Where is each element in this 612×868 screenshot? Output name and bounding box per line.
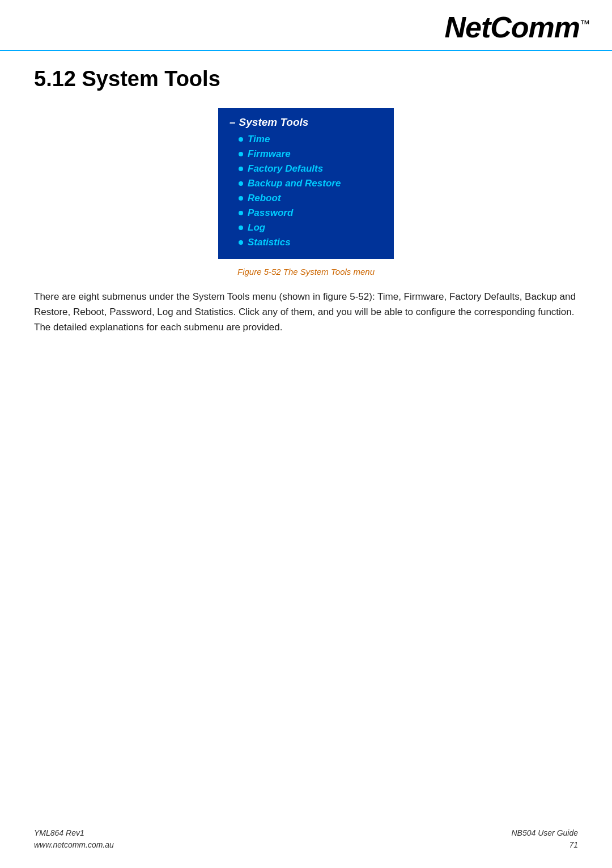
bullet-icon: [239, 225, 243, 230]
menu-item-backup-restore[interactable]: Backup and Restore: [230, 176, 382, 191]
menu-item-time[interactable]: Time: [230, 132, 382, 147]
footer-page-number: 71: [511, 839, 578, 851]
bullet-icon: [239, 152, 243, 156]
body-text: There are eight submenus under the Syste…: [34, 289, 578, 335]
logo: NetComm™: [444, 10, 589, 44]
footer: YML864 Rev1 www.netcomm.com.au NB504 Use…: [34, 827, 578, 851]
page-title: 5.12 System Tools: [34, 67, 578, 91]
bullet-icon: [239, 181, 243, 186]
logo-brand-text: NetComm: [444, 11, 580, 44]
menu-item-statistics-label: Statistics: [248, 237, 291, 248]
footer-left: YML864 Rev1 www.netcomm.com.au: [34, 827, 114, 851]
menu-item-password[interactable]: Password: [230, 206, 382, 220]
menu-item-factory-defaults[interactable]: Factory Defaults: [230, 161, 382, 176]
bullet-icon: [239, 240, 243, 245]
bullet-icon: [239, 167, 243, 171]
figure-caption: Figure 5-52 The System Tools menu: [237, 267, 375, 276]
menu-item-log-label: Log: [248, 222, 265, 233]
menu-item-password-label: Password: [248, 207, 293, 219]
menu-title-dash: –: [230, 116, 236, 129]
menu-item-factory-defaults-label: Factory Defaults: [248, 163, 323, 175]
footer-guide-name: NB504 User Guide: [511, 827, 578, 839]
menu-title-label: System Tools: [239, 116, 309, 129]
menu-item-reboot[interactable]: Reboot: [230, 191, 382, 206]
menu-item-log[interactable]: Log: [230, 220, 382, 235]
menu-item-firmware-label: Firmware: [248, 148, 291, 160]
menu-title: – System Tools: [230, 116, 382, 129]
system-tools-menu-box: – System Tools Time Firmware Factory Def…: [218, 108, 394, 259]
bullet-icon: [239, 211, 243, 215]
bullet-icon: [239, 196, 243, 201]
page-title-section: 5.12 System Tools: [0, 51, 612, 103]
logo-tm: ™: [580, 18, 589, 29]
footer-website: www.netcomm.com.au: [34, 839, 114, 851]
menu-item-backup-restore-label: Backup and Restore: [248, 178, 341, 189]
main-content: – System Tools Time Firmware Factory Def…: [0, 103, 612, 358]
bullet-icon: [239, 137, 243, 142]
menu-item-reboot-label: Reboot: [248, 193, 281, 204]
footer-right: NB504 User Guide 71: [511, 827, 578, 851]
menu-item-statistics[interactable]: Statistics: [230, 235, 382, 250]
header: NetComm™: [0, 0, 612, 51]
footer-doc-id: YML864 Rev1: [34, 827, 114, 839]
menu-item-firmware[interactable]: Firmware: [230, 147, 382, 161]
body-text-container: There are eight submenus under the Syste…: [34, 289, 578, 335]
menu-item-time-label: Time: [248, 134, 270, 145]
